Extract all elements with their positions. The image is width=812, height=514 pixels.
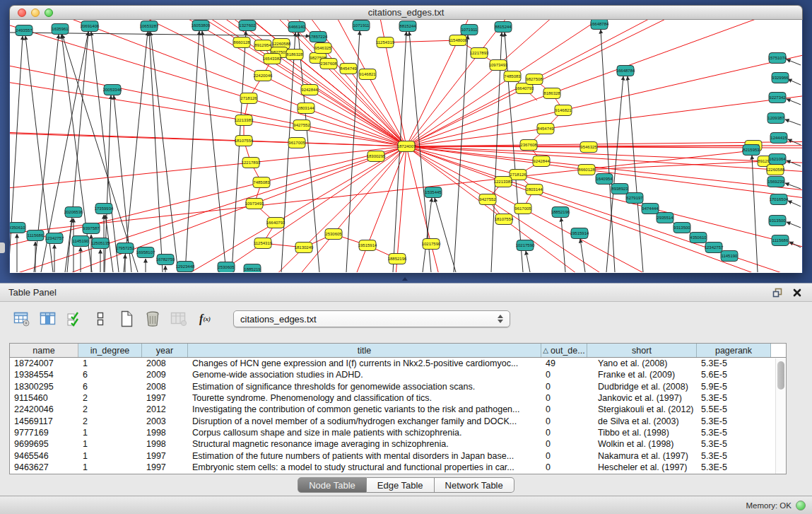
column-header-in_degree[interactable]: in_degree — [78, 344, 142, 357]
table-row[interactable]: 1872400712008Changes of HCN gene express… — [10, 358, 786, 369]
graph-node[interactable]: 2367608 — [520, 140, 537, 151]
graph-node[interactable]: 1621064 — [769, 154, 786, 165]
table-cell[interactable]: 1997 — [142, 451, 188, 461]
graph-edge-red[interactable] — [518, 175, 802, 272]
graph-node[interactable]: 16053809 — [192, 21, 211, 31]
graph-node[interactable]: 2935514 — [657, 213, 673, 223]
select-rows-icon[interactable] — [65, 310, 83, 328]
graph-node[interactable]: 9227342 — [769, 93, 786, 103]
table-cell[interactable]: 1 — [78, 451, 142, 461]
graph-edge-red[interactable] — [534, 20, 802, 79]
graph-node[interactable]: 4350610 — [690, 233, 707, 243]
graph-node[interactable]: 18130249 — [295, 243, 314, 253]
table-cell[interactable]: Tibbo et al. (1998) — [587, 428, 697, 438]
graph-node[interactable]: 2367608 — [320, 59, 337, 69]
graph-edge-black[interactable] — [561, 218, 565, 272]
table-cell[interactable]: 19384554 — [10, 370, 78, 380]
table-cell[interactable]: 6 — [78, 370, 142, 380]
graph-node[interactable]: 9617005 — [288, 138, 305, 148]
table-cell[interactable]: 2 — [78, 416, 142, 426]
table-row[interactable]: 1830029562008Estimation of significance … — [10, 381, 786, 392]
table-cell[interactable]: 5.3E-5 — [697, 462, 771, 472]
graph-node[interactable]: 12923448 — [176, 262, 195, 272]
graph-node[interactable]: 6279197 — [626, 193, 643, 204]
graph-edge-black[interactable] — [787, 99, 801, 105]
table-cell[interactable]: 22420046 — [10, 404, 78, 414]
table-cell[interactable]: Stergiakouli et al. (2012) — [587, 404, 697, 414]
table-cell[interactable]: 5.3E-5 — [697, 439, 771, 449]
table-cell[interactable]: 1998 — [142, 428, 188, 438]
column-header-out_de[interactable]: △out_de... — [541, 344, 587, 357]
table-cell[interactable]: 0 — [541, 404, 587, 414]
graph-edge-black[interactable] — [435, 198, 456, 272]
graph-edge-black[interactable] — [526, 251, 530, 272]
graph-node[interactable]: 9427552 — [479, 194, 496, 205]
function-builder-icon[interactable]: f(x) — [196, 310, 214, 328]
graph-edge-red[interactable] — [317, 259, 397, 272]
column-header-pagerank[interactable]: pagerank — [697, 344, 771, 357]
table-cell[interactable]: Changes of HCN gene expression and I(f) … — [188, 358, 541, 368]
splitter-grip-icon[interactable] — [400, 277, 410, 282]
column-header-name[interactable]: name — [10, 344, 78, 357]
graph-node[interactable]: 18852196 — [388, 254, 407, 264]
column-header-title[interactable]: title — [188, 344, 541, 357]
graph-node[interactable]: 9242844 — [301, 85, 318, 95]
graph-node[interactable]: 1209387 — [767, 113, 784, 124]
graph-edge-red[interactable] — [524, 20, 802, 88]
table-cell[interactable]: 2 — [78, 404, 142, 414]
graph-edge-red[interactable] — [244, 120, 406, 146]
zoom-window-icon[interactable] — [45, 8, 53, 17]
graph-node[interactable]: 17957252 — [116, 243, 135, 254]
table-cell[interactable]: Yano et al. (2008) — [587, 358, 697, 368]
graph-node[interactable]: 19515914 — [358, 240, 377, 251]
table-cell[interactable]: de Silva et al. (2003) — [587, 416, 697, 426]
graph-edge-red[interactable] — [385, 40, 458, 42]
graph-edge-red[interactable] — [272, 59, 406, 146]
table-cell[interactable]: Investigating the contribution of common… — [188, 404, 541, 414]
table-cell[interactable]: 0 — [541, 370, 587, 380]
table-cell[interactable]: Wolkin et al. (1998) — [587, 439, 697, 449]
table-row[interactable]: 1456911722003Disruption of a novel membe… — [10, 415, 786, 426]
graph-node[interactable]: 11548008 — [449, 35, 468, 46]
graph-edge-black[interactable] — [185, 31, 199, 272]
graph-edge-black[interactable] — [787, 160, 801, 166]
row-height-icon[interactable] — [91, 310, 110, 328]
graph-node[interactable]: 2718126 — [240, 93, 257, 104]
graph-node[interactable]: 8454749 — [537, 124, 554, 134]
table-row[interactable]: 946554611997Estimation of the future num… — [10, 450, 786, 461]
graph-node[interactable]: 8186328 — [286, 49, 303, 60]
graph-edge-black[interactable] — [788, 201, 801, 206]
table-cell[interactable]: Nakamura et al. (1997) — [587, 451, 697, 461]
graph-edge-black[interactable] — [601, 30, 615, 272]
table-cell[interactable]: 2008 — [142, 358, 188, 368]
graph-node[interactable]: 2530605 — [218, 262, 235, 273]
close-window-icon[interactable] — [18, 8, 26, 17]
graph-node[interactable]: 18852196 — [551, 207, 570, 218]
graph-node[interactable]: 8454749 — [340, 64, 357, 74]
graph-node[interactable]: 17857224 — [309, 32, 328, 42]
graph-node[interactable]: 18724007 — [397, 141, 416, 152]
graph-edge-red[interactable] — [10, 20, 249, 98]
graph-node[interactable]: 12213383 — [235, 115, 254, 126]
table-cell[interactable]: Genome-wide association studies in ADHD. — [188, 370, 541, 380]
table-cell[interactable]: 18300295 — [10, 382, 78, 392]
table-cell[interactable]: Jankovic et al. (1997) — [587, 393, 697, 403]
graph-node[interactable]: 9242844 — [533, 156, 550, 167]
graph-edge-black[interactable] — [628, 76, 643, 272]
table-cell[interactable]: 1 — [78, 358, 142, 368]
delete-column-icon[interactable] — [143, 310, 162, 328]
graph-node[interactable]: 9313500 — [769, 216, 786, 226]
graph-node[interactable]: 16640793 — [266, 218, 286, 228]
table-cell[interactable]: Estimation of the future numbers of pati… — [188, 451, 541, 461]
table-cell[interactable]: 9115460 — [10, 393, 78, 403]
graph-edge-red[interactable] — [397, 146, 406, 259]
graph-node[interactable]: 8660128 — [233, 37, 250, 48]
graph-node[interactable]: 8186328 — [543, 88, 560, 99]
graph-node[interactable]: 8815244 — [399, 21, 416, 32]
panel-edge-handle[interactable] — [0, 243, 5, 253]
graph-edge-black[interactable] — [232, 31, 246, 272]
table-cell[interactable]: 0 — [541, 451, 587, 461]
graph-node[interactable]: 10217590 — [422, 239, 441, 250]
graph-node[interactable]: 2803144 — [298, 103, 314, 114]
graph-edge-black[interactable] — [124, 32, 148, 272]
